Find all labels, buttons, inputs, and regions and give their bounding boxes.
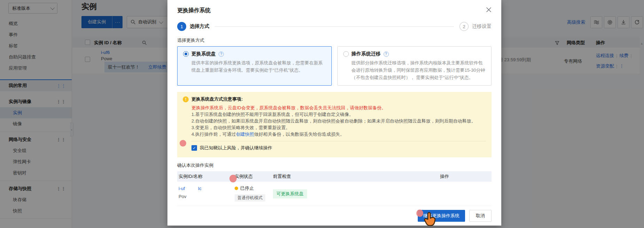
annotation-dot-status bbox=[229, 175, 237, 182]
step-1-label: 选择方式 bbox=[190, 23, 209, 30]
warning-icon: ! bbox=[183, 96, 189, 102]
step-2-circle: 2 bbox=[460, 22, 469, 31]
cancel-button[interactable]: 取消 bbox=[469, 210, 492, 222]
help-icon[interactable]: ? bbox=[384, 52, 389, 57]
instance-name: Pov bbox=[179, 194, 233, 199]
step-indicator: 1 选择方式 2 迁移设置 bbox=[177, 22, 492, 31]
radio-selected-icon[interactable] bbox=[183, 51, 189, 57]
warning-note-2: 2.自动创建的快照，如果旧系统盘开启自动快照随云盘释放，则自动快照会被自动删除；… bbox=[191, 118, 486, 124]
dialog-title: 更换操作系统 bbox=[177, 7, 492, 14]
choose-method-label: 选择更换方式 bbox=[177, 37, 492, 44]
option-os-migration[interactable]: 操作系统迁移 ? 提供部分操作系统迁移选项，操作系统内核版本及主要系统软件包会进… bbox=[337, 46, 492, 86]
note-4-prefix: 4.执行操作前，可通过 bbox=[191, 132, 236, 137]
step-2-label: 迁移设置 bbox=[472, 23, 492, 30]
help-icon[interactable]: ? bbox=[219, 52, 224, 57]
radio-unselected-icon[interactable] bbox=[343, 51, 349, 57]
annotation-dot-button bbox=[416, 210, 423, 217]
col-status: 实例状态 bbox=[233, 173, 272, 180]
warning-note-1: 1.基于旧系统盘创建的快照不能用于回滚新系统盘，但可以用于创建自定义镜像。 bbox=[191, 111, 486, 118]
confirm-instance-table: 实例ID/名称 实例状态 前置检查 操作 i-uflc Pov 已停止 普通停机… bbox=[177, 171, 492, 206]
col-id-name: 实例ID/名称 bbox=[177, 173, 233, 180]
warning-panel: ! 更换系统盘方式注意事项: 更换操作系统后，云盘ID会变更，原系统盘会被释放，… bbox=[177, 92, 492, 157]
risk-confirm-label: 我已知晓以上风险，并确认继续操作 bbox=[200, 145, 272, 151]
precheck-pass-tag: 可更换系统盘 bbox=[273, 189, 307, 198]
option-title: 操作系统迁移 bbox=[352, 51, 381, 57]
change-os-dialog: 更换操作系统 1 选择方式 2 迁移设置 选择更换方式 更换系统盘 ? 提供丰富… bbox=[167, 0, 501, 226]
close-button[interactable] bbox=[485, 6, 492, 13]
col-precheck: 前置检查 bbox=[272, 173, 439, 180]
warning-note-4: 4.执行操作前，可通过创建快照做好相关备份，以免数据丢失给你造成损失。 bbox=[191, 131, 486, 137]
instance-id-link[interactable]: lc bbox=[198, 186, 201, 191]
note-4-suffix: 做好相关备份，以免数据丢失给你造成损失。 bbox=[254, 132, 345, 137]
divider bbox=[191, 141, 486, 141]
confirm-instances-label: 确认本次操作实例 bbox=[177, 162, 492, 168]
stop-mode-tag: 普通停机模式 bbox=[235, 194, 265, 202]
confirm-table-row: i-uflc Pov 已停止 普通停机模式 可更换系统盘 bbox=[177, 182, 492, 206]
option-description: 提供部分操作系统迁移选项，操作系统内核版本及主要系统软件包会进行原地转换升级，同… bbox=[352, 59, 486, 81]
option-replace-system-disk[interactable]: 更换系统盘 ? 提供丰富的操作系统更换选项，原系统盘会被释放，您需要在新系统盘上… bbox=[177, 46, 332, 86]
warning-title: 更换系统盘方式注意事项: bbox=[191, 96, 243, 102]
cursor-hand-icon bbox=[423, 212, 438, 228]
annotation-dot-checkbox bbox=[180, 140, 186, 147]
instance-id-link[interactable]: i-uf bbox=[179, 186, 185, 191]
status-stopped-icon bbox=[235, 187, 238, 190]
step-1-circle: 1 bbox=[177, 22, 186, 31]
option-description: 提供丰富的操作系统更换选项，原系统盘会被释放，您需要在新系统盘上重新部署业务环境… bbox=[191, 59, 326, 74]
warning-danger-text: 更换操作系统后，云盘ID会变更，原系统盘会被释放，数据会丢失且无法找回，请做好数… bbox=[191, 104, 486, 111]
option-title: 更换系统盘 bbox=[191, 51, 216, 57]
risk-confirm-checkbox[interactable]: ✓ bbox=[191, 145, 197, 151]
col-action: 操作 bbox=[439, 173, 492, 180]
warning-note-3: 3.变更后，自动快照策略将失效，需要重新设置。 bbox=[191, 124, 486, 131]
close-icon bbox=[485, 6, 492, 13]
step-connector bbox=[215, 26, 454, 27]
create-snapshot-link[interactable]: 创建快照 bbox=[236, 132, 254, 137]
status-text: 已停止 bbox=[240, 185, 254, 191]
